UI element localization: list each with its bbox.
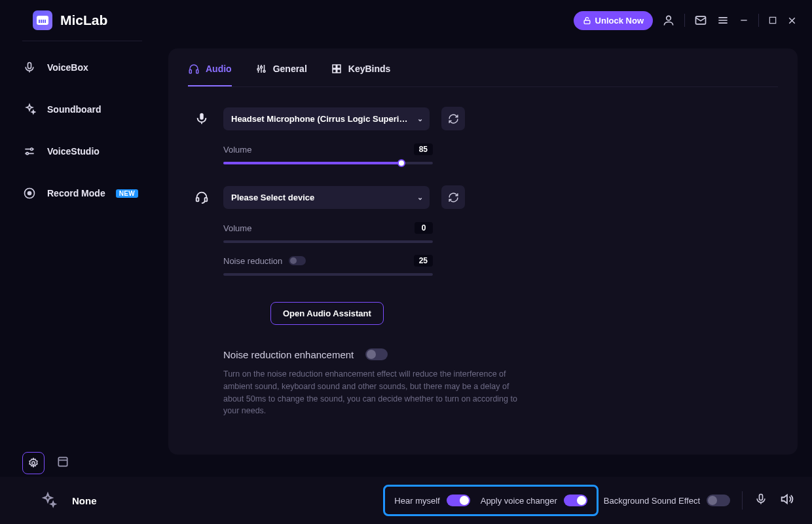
tab-general[interactable]: General: [255, 63, 307, 86]
sidebar-item-label: VoiceBox: [47, 62, 88, 73]
svg-point-13: [257, 68, 259, 70]
headphones-icon: [188, 63, 200, 75]
close-icon[interactable]: [786, 15, 798, 26]
output-volume-control: Volume 0: [223, 222, 433, 243]
apply-voice-changer-toggle[interactable]: [564, 495, 587, 506]
sidebar-item-record-mode[interactable]: Record Mode NEW: [22, 187, 142, 200]
unlock-button[interactable]: Unlock Now: [574, 11, 653, 30]
speaker-icon[interactable]: [779, 492, 794, 509]
voice-preset-icon[interactable]: [35, 488, 60, 513]
svg-rect-23: [760, 495, 763, 500]
apply-voice-changer-control: Apply voice changer: [481, 495, 587, 506]
refresh-icon: [448, 113, 459, 124]
output-volume-label: Volume: [223, 223, 251, 233]
tab-audio[interactable]: Audio: [188, 63, 232, 86]
noise-reduction-toggle[interactable]: [289, 256, 306, 265]
output-refresh-button[interactable]: [441, 185, 465, 209]
grid-icon: [331, 63, 342, 75]
sliders-icon: [22, 145, 37, 158]
sidebar-item-label: Record Mode: [47, 188, 105, 198]
output-device-row: Please Select device ⌄: [192, 185, 646, 209]
output-volume-value: 0: [415, 222, 433, 234]
noise-reduction-label: Noise reduction: [223, 256, 282, 266]
mic-volume-control: Volume 85: [223, 143, 433, 164]
nre-title: Noise reduction enhancement: [223, 349, 354, 360]
tab-keybinds[interactable]: KeyBinds: [331, 63, 391, 86]
svg-rect-4: [28, 63, 31, 69]
svg-point-15: [263, 70, 265, 72]
sidebar-item-label: VoiceStudio: [47, 146, 100, 157]
refresh-icon: [448, 192, 459, 203]
hear-myself-toggle[interactable]: [447, 495, 470, 506]
mic-device-row: Headset Microphone (Cirrus Logic Superio…: [192, 107, 646, 130]
highlighted-controls: Hear myself Apply voice changer: [383, 485, 598, 516]
gear-icon: [28, 457, 39, 469]
nre-toggle[interactable]: [365, 348, 388, 360]
svg-rect-3: [769, 17, 775, 23]
svg-rect-11: [189, 70, 191, 73]
svg-rect-21: [196, 198, 199, 202]
sidebar-item-voicebox[interactable]: VoiceBox: [22, 61, 142, 74]
minimize-icon[interactable]: [739, 15, 749, 26]
svg-rect-16: [333, 65, 336, 68]
open-audio-assistant-button[interactable]: Open Audio Assistant: [270, 302, 384, 325]
settings-button[interactable]: [22, 452, 45, 474]
svg-point-1: [667, 16, 671, 20]
svg-rect-20: [200, 113, 204, 120]
tab-label: KeyBinds: [348, 64, 391, 74]
hear-myself-control: Hear myself: [394, 495, 470, 506]
sliders-icon: [255, 63, 267, 75]
sidebar: VoiceBox Soundboard VoiceStudio Record M…: [0, 41, 154, 477]
output-device-select[interactable]: Please Select device ⌄: [223, 186, 430, 209]
mic-device-select[interactable]: Headset Microphone (Cirrus Logic Superio…: [223, 107, 430, 130]
svg-rect-0: [584, 20, 590, 23]
settings-panel: Audio General KeyBinds Headset Microphon…: [168, 48, 798, 455]
maximize-icon[interactable]: [768, 16, 777, 25]
mic-monitor-icon[interactable]: [754, 493, 767, 508]
mic-refresh-button[interactable]: [441, 107, 465, 130]
status-label: None: [72, 495, 97, 506]
sidebar-item-soundboard[interactable]: Soundboard: [22, 103, 142, 116]
tab-label: Audio: [206, 64, 232, 74]
hear-myself-label: Hear myself: [394, 496, 439, 506]
titlebar: MicLab Unlock Now: [0, 0, 812, 41]
svg-rect-17: [337, 65, 341, 68]
brand: MicLab: [33, 10, 107, 30]
nre-description: Turn on the noise reduction enhancement …: [223, 368, 531, 417]
panel-button[interactable]: [56, 455, 69, 471]
mic-volume-value: 85: [414, 143, 433, 155]
user-icon[interactable]: [662, 14, 675, 27]
output-volume-slider[interactable]: [223, 240, 433, 243]
noise-reduction-value: 25: [414, 255, 433, 267]
svg-rect-12: [196, 70, 198, 73]
menu-icon[interactable]: [716, 14, 729, 27]
svg-rect-22: [205, 198, 208, 202]
noise-reduction-slider[interactable]: [223, 273, 433, 276]
sidebar-item-label: Soundboard: [47, 104, 101, 115]
svg-point-9: [32, 462, 35, 465]
header-separator: [684, 14, 685, 27]
output-device-value: Please Select device: [231, 193, 314, 202]
svg-rect-18: [333, 69, 336, 73]
noise-reduction-row: Noise reduction 25: [223, 255, 433, 267]
mic-icon: [22, 61, 37, 74]
sidebar-item-voicestudio[interactable]: VoiceStudio: [22, 145, 142, 158]
sparkle-icon: [22, 103, 37, 116]
apply-voice-changer-label: Apply voice changer: [481, 496, 557, 506]
mail-icon[interactable]: [694, 14, 707, 27]
sidebar-divider: [22, 41, 142, 41]
app-logo: [33, 10, 52, 30]
svg-point-6: [26, 153, 28, 155]
main-content: Audio General KeyBinds Headset Microphon…: [154, 41, 812, 477]
headset-icon: [192, 190, 212, 204]
background-sound-toggle[interactable]: [707, 495, 730, 506]
record-icon: [22, 187, 37, 200]
header-separator: [758, 14, 759, 27]
unlock-icon: [583, 16, 591, 25]
mic-volume-slider[interactable]: [223, 162, 433, 164]
svg-point-8: [28, 192, 31, 195]
svg-rect-10: [58, 457, 67, 466]
chevron-down-icon: ⌄: [417, 115, 423, 123]
header-actions: Unlock Now: [574, 11, 798, 30]
bottombar-separator: [742, 491, 743, 510]
